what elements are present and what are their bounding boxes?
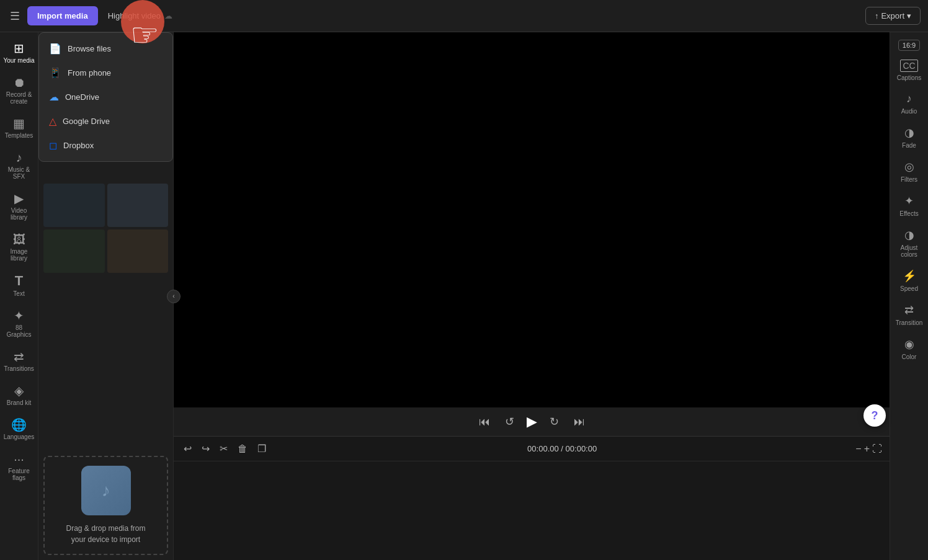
onedrive-icon: ☁ [49,91,59,103]
thumbnail-3 [43,229,105,273]
sidebar-item-label-languages: Languages [4,433,35,440]
aspect-ratio-badge[interactable]: 16:9 [898,40,920,51]
import-media-button[interactable]: Import media [27,6,98,25]
image-library-icon: 🖼 [13,233,25,246]
cut-button[interactable]: ✂ [217,442,230,456]
media-panel: 📄 Browse files 📱 From phone ☁ OneDrive △… [38,32,174,560]
sidebar-item-label-text: Text [13,290,24,297]
right-sidebar-item-effects[interactable]: ✦ Effects [890,189,928,222]
sidebar-item-your-media[interactable]: ⊞ Your media [0,37,38,69]
sidebar-item-image-library[interactable]: 🖼 Image library [0,228,38,267]
right-sidebar-item-color[interactable]: ◉ Color [890,332,928,365]
drop-text: Drag & drop media from your device to im… [66,523,145,545]
sidebar-item-brand-kit[interactable]: ◈ Brand kit [0,380,38,411]
timeline-toolbar: ↩ ↪ ✂ 🗑 ❐ 00:00.00 / 00:00:00 − + ⛶ [174,437,890,461]
sidebar-item-label-transitions: Transitions [4,365,34,372]
drop-text-line1: Drag & drop media from [66,524,145,533]
your-media-icon: ⊞ [14,42,24,55]
duplicate-button[interactable]: ❐ [255,442,269,456]
sidebar-item-video-library[interactable]: ▶ Video library [0,187,38,226]
dropbox-item[interactable]: ◻ Dropbox [39,133,172,158]
delete-button[interactable]: 🗑 [235,442,250,456]
drop-zone-content: ♪ Drag & drop media from your device to … [66,457,145,554]
speed-icon: ⚡ [903,269,916,283]
time-total: 00:00:00 [566,444,597,453]
right-sidebar-item-audio[interactable]: ♪ Audio [890,87,928,120]
right-sidebar-item-filters[interactable]: ◎ Filters [890,155,928,188]
sidebar-item-label-image-library: Image library [2,248,35,262]
captions-icon: CC [900,60,917,72]
brand-kit-icon: ◈ [14,384,24,397]
sidebar-item-label-brand-kit: Brand kit [7,399,31,406]
right-sidebar-label-effects: Effects [899,210,918,217]
right-sidebar-item-transition[interactable]: ⇄ Transition [890,298,928,331]
google-drive-label: Google Drive [63,117,110,126]
sidebar-item-transitions[interactable]: ⇄ Transitions [0,345,38,377]
right-sidebar-item-adjust-colors[interactable]: ◑ Adjust colors [890,223,928,263]
video-library-icon: ▶ [14,192,24,205]
redo-button[interactable]: ↪ [199,442,212,456]
sidebar-item-text[interactable]: T Text [0,269,38,302]
from-phone-label: From phone [68,68,111,78]
languages-icon: 🌐 [11,419,27,431]
highlight-video-tab[interactable]: Highlight video ☁ [103,9,177,23]
graphics-icon: ✦ [14,309,24,322]
time-display: 00:00.00 / 00:00:00 [274,444,850,453]
right-sidebar-item-captions[interactable]: CC Captions [890,55,928,86]
main-layout: ⊞ Your media ⏺ Record & create ▦ Templat… [0,32,928,560]
drop-zone: ♪ Drag & drop media from your device to … [43,456,168,555]
sidebar-item-label-templates: Templates [5,132,33,139]
video-controls: ⏮ ↺ ▶ ↻ ⏭ ⛶ [174,407,890,436]
dropbox-label: Dropbox [63,141,94,150]
audio-icon: ♪ [906,92,912,105]
browse-files-label: Browse files [68,44,111,53]
undo-button[interactable]: ↩ [181,442,194,456]
skip-to-end-button[interactable]: ⏭ [571,413,587,431]
drop-icon-container: ♪ [81,466,131,515]
sidebar-item-record[interactable]: ⏺ Record & create [0,71,38,110]
transition-icon: ⇄ [904,303,914,317]
browse-files-item[interactable]: 📄 Browse files [39,37,172,61]
import-dropdown-menu: 📄 Browse files 📱 From phone ☁ OneDrive △… [38,32,173,162]
sidebar-item-graphics[interactable]: ✦ 88 Graphics [0,304,38,343]
adjust-colors-icon: ◑ [904,228,914,242]
onedrive-label: OneDrive [65,92,99,102]
thumbnail-2 [107,184,169,227]
hamburger-icon[interactable]: ☰ [7,7,22,25]
help-button[interactable]: ? [863,404,886,427]
right-sidebar-label-adjust-colors: Adjust colors [893,244,926,258]
right-sidebar-item-fade[interactable]: ◑ Fade [890,121,928,154]
from-phone-item[interactable]: 📱 From phone [39,61,172,85]
forward-button[interactable]: ↻ [547,412,561,431]
onedrive-item[interactable]: ☁ OneDrive [39,85,172,109]
right-sidebar-item-speed[interactable]: ⚡ Speed [890,264,928,297]
sidebar-item-templates[interactable]: ▦ Templates [0,112,38,144]
rewind-button[interactable]: ↺ [502,412,517,431]
top-bar: ☰ Import media Highlight video ☁ ↑ Expor… [0,0,928,32]
sidebar-item-label-feature-flags: Feature flags [2,468,35,481]
collapse-panel-button[interactable]: ‹ [167,290,181,303]
time-current: 00:00.00 [527,444,559,453]
time-separator: / [561,444,565,453]
google-drive-icon: △ [49,115,56,127]
music-note-icon: ♪ [102,481,110,500]
zoom-in-button[interactable]: + [864,443,870,455]
music-sfx-icon: ♪ [16,151,22,164]
thumbnail-1 [43,184,105,227]
right-sidebar-label-color: Color [902,353,917,360]
text-icon: T [15,274,23,288]
zoom-out-button[interactable]: − [855,443,861,455]
export-label: Export [881,11,904,20]
sidebar-item-feature-flags[interactable]: ··· Feature flags [0,448,38,486]
export-button[interactable]: ↑ Export ▾ [865,7,921,25]
play-button[interactable]: ▶ [527,414,537,430]
sidebar-item-music-sfx[interactable]: ♪ Music & SFX [0,146,38,185]
browse-files-icon: 📄 [49,43,61,55]
sidebar-item-languages[interactable]: 🌐 Languages [0,414,38,445]
dropbox-icon: ◻ [49,140,57,151]
skip-to-start-button[interactable]: ⏮ [476,413,493,431]
highlight-cloud-icon: ☁ [164,11,172,20]
fit-timeline-button[interactable]: ⛶ [872,443,882,455]
google-drive-item[interactable]: △ Google Drive [39,109,172,133]
right-sidebar-label-fade: Fade [902,142,916,149]
